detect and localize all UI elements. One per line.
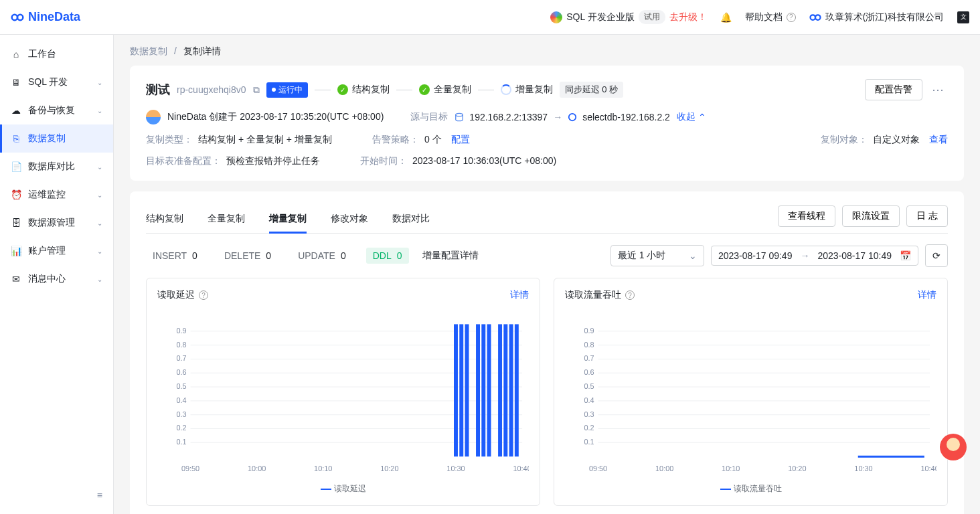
sidebar-item-message[interactable]: ✉消息中心⌄	[0, 265, 113, 293]
sidebar-item-compare[interactable]: 📄数据库对比⌄	[0, 153, 113, 181]
check-icon: ✓	[337, 84, 348, 95]
sidebar-item-workspace[interactable]: ⌂工作台	[0, 40, 113, 68]
refresh-icon: ⟳	[932, 250, 941, 261]
topbar: NineData SQL 开发企业版 试用 去升级！ 🔔 帮助文档 ? 玖章算术…	[0, 0, 980, 35]
start-label: 开始时间：	[360, 155, 407, 167]
svg-text:0.5: 0.5	[584, 382, 594, 390]
incr-config-link[interactable]: 增量配置详情	[422, 250, 479, 262]
copy-type-label: 复制类型：	[146, 134, 193, 146]
info-icon[interactable]: ?	[625, 290, 635, 300]
alert-policy-label: 告警策略：	[372, 134, 419, 146]
svg-text:0.9: 0.9	[176, 327, 186, 335]
copy-obj-label: 复制对象：	[821, 134, 868, 146]
stage-full: ✓全量复制	[419, 84, 471, 96]
stat-label: UPDATE	[298, 250, 335, 261]
breadcrumb-sep: /	[174, 46, 177, 56]
threads-button[interactable]: 查看线程	[778, 205, 835, 227]
chart-detail-link[interactable]: 详情	[918, 289, 936, 301]
sidebar-item-label: 备份与恢复	[28, 104, 75, 116]
more-icon[interactable]: ⋯	[929, 82, 948, 97]
sidebar-item-label: 运维监控	[28, 189, 66, 201]
delay-label: 同步延迟	[565, 84, 600, 94]
copy-type-value: 结构复制 + 全量复制 + 增量复制	[198, 134, 332, 146]
tab-modify[interactable]: 修改对象	[331, 205, 368, 233]
svg-text:0.8: 0.8	[176, 341, 186, 349]
chevron-up-icon: ⌃	[698, 112, 706, 122]
company-label: 玖章算术(浙江)科技有限公司	[825, 11, 944, 23]
copy-obj-view-link[interactable]: 查看	[929, 134, 948, 146]
time-range-select[interactable]: 最近 1 小时⌄	[610, 245, 704, 266]
refresh-button[interactable]: ⟳	[925, 244, 948, 267]
tab-struct[interactable]: 结构复制	[146, 205, 183, 233]
collapse-link[interactable]: 收起⌃	[677, 111, 706, 123]
lang-icon[interactable]: 文	[957, 11, 969, 23]
chevron-down-icon: ⌄	[97, 248, 102, 255]
sidebar-item-backup[interactable]: ☁备份与恢复⌄	[0, 96, 113, 124]
stage-label: 结构复制	[352, 84, 390, 96]
stats-row: INSERT0 DELETE0 UPDATE0 DDL0 增量配置详情 最近 1…	[146, 244, 948, 267]
svg-text:10:20: 10:20	[788, 464, 806, 473]
org-label[interactable]: 玖章算术(浙江)科技有限公司	[809, 11, 944, 23]
support-avatar[interactable]	[940, 434, 967, 460]
svg-text:10:00: 10:00	[655, 464, 673, 473]
sidebar-item-replication[interactable]: ⎘数据复制	[0, 124, 113, 153]
chart-legend: 读取流量吞吐	[565, 483, 936, 495]
arrow-right-icon: →	[800, 250, 809, 261]
throttle-button[interactable]: 限流设置	[842, 205, 900, 227]
monitor-icon: 🖥	[11, 77, 21, 88]
logs-button[interactable]: 日 志	[906, 205, 948, 227]
svg-text:0.1: 0.1	[584, 438, 594, 446]
svg-text:0.1: 0.1	[176, 438, 186, 446]
chart-title: 读取延迟	[157, 289, 195, 301]
logo[interactable]: NineData	[11, 10, 80, 24]
tab-full[interactable]: 全量复制	[208, 205, 245, 233]
svg-text:09:50: 09:50	[181, 464, 199, 473]
bell-icon[interactable]: 🔔	[720, 12, 732, 23]
copy-icon[interactable]: ⧉	[253, 84, 260, 96]
stage-incr: 增量复制	[501, 84, 553, 96]
svg-text:10:30: 10:30	[446, 464, 465, 473]
alert-config-button[interactable]: 配置告警	[865, 79, 922, 100]
chart-detail-link[interactable]: 详情	[510, 289, 529, 301]
svg-text:0.5: 0.5	[176, 382, 186, 390]
help-link[interactable]: 帮助文档 ?	[745, 11, 796, 23]
stat-value: 0	[341, 250, 346, 261]
src-value: 192.168.2.2:13397	[469, 112, 548, 122]
stat-label: DDL	[373, 250, 392, 261]
tgt-value: selectdb-192.168.2.2	[582, 112, 670, 122]
svg-text:0.2: 0.2	[176, 424, 186, 432]
range-to: 2023-08-17 10:49	[817, 250, 892, 261]
sidebar-item-ops[interactable]: ⏰运维监控⌄	[0, 181, 113, 209]
tab-compare[interactable]: 数据对比	[392, 205, 430, 233]
date-range-picker[interactable]: 2023-08-17 09:49 → 2023-08-17 10:49 📅	[711, 246, 918, 266]
sidebar-item-sql[interactable]: 🖥SQL 开发⌄	[0, 68, 113, 96]
breadcrumb: 数据复制 / 复制详情	[130, 46, 964, 58]
globe-icon	[550, 11, 562, 23]
breadcrumb-parent[interactable]: 数据复制	[130, 46, 167, 56]
sidebar-item-datasource[interactable]: 🗄数据源管理⌄	[0, 209, 113, 237]
job-id: rp-cuugxehqi8v0	[177, 84, 246, 95]
chevron-down-icon: ⌄	[97, 163, 102, 171]
svg-rect-35	[487, 324, 491, 456]
stat-label: DELETE	[224, 250, 260, 261]
trial-badge: 试用	[639, 10, 665, 24]
org-icon	[809, 11, 821, 23]
info-icon[interactable]: ?	[199, 290, 208, 300]
stage-label: 全量复制	[434, 84, 471, 96]
calendar-icon: 📅	[900, 250, 911, 261]
chart-icon: 📊	[11, 246, 21, 256]
upgrade-link[interactable]: 去升级！	[669, 11, 707, 23]
tab-incr[interactable]: 增量复制	[269, 205, 307, 233]
chevron-down-icon: ⌄	[97, 276, 102, 283]
sidebar-item-account[interactable]: 📊账户管理⌄	[0, 237, 113, 265]
svg-rect-31	[459, 324, 463, 456]
svg-text:10:20: 10:20	[380, 464, 398, 473]
product-label: SQL 开发企业版	[566, 11, 634, 23]
svg-text:09:50: 09:50	[589, 464, 607, 473]
alert-config-link[interactable]: 配置	[451, 134, 470, 146]
legend-label: 读取延迟	[334, 484, 366, 493]
stage-label: 增量复制	[515, 84, 553, 96]
sidebar-collapse[interactable]: ≡	[0, 482, 113, 509]
chart-throughput: 读取流量吞吐 ? 详情 0.10.20.30.40.50.60.70.80.90…	[554, 278, 948, 506]
sidebar-item-label: 账户管理	[28, 245, 66, 257]
